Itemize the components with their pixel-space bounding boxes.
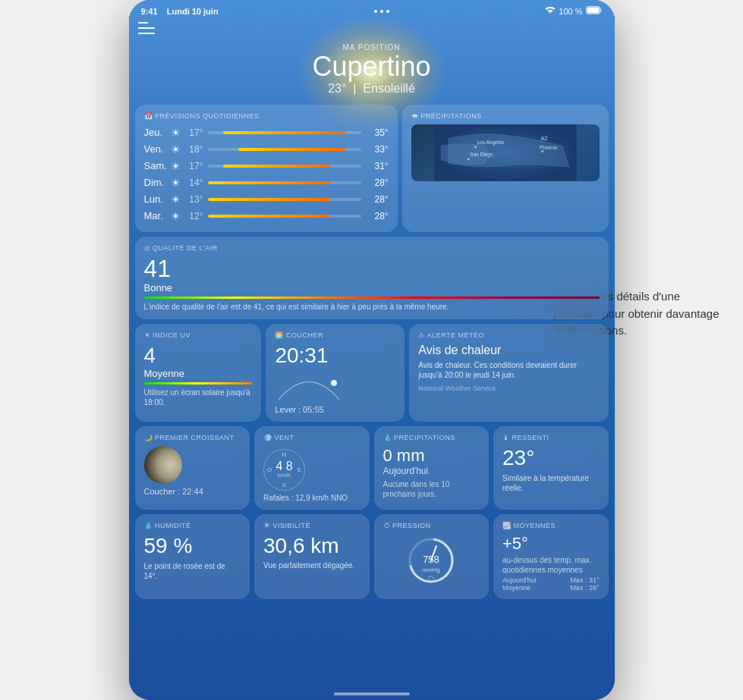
forecast-row: Mar. ☀ 12° 28° [144, 208, 389, 224]
top-bar [129, 19, 615, 37]
dot-2 [380, 10, 383, 13]
forecast-bar-container [208, 165, 361, 168]
row-4: 🌙 PREMIER CROISSANT Coucher : 22:44 💨 VE… [135, 426, 609, 510]
moon-visual [144, 446, 182, 484]
forecast-bar [223, 131, 346, 134]
sunset-card[interactable]: 🌅 COUCHER 20:31 Lever : 05:55 [266, 324, 405, 422]
row-1: 📅 PRÉVISIONS QUOTIDIENNES Jeu. ☀ 17° 35°… [135, 105, 609, 232]
uv-index-card[interactable]: ☀ INDICE UV 4 Moyenne Utilisez un écran … [135, 324, 262, 422]
aqi-description: L'indice de qualité de l'air est de 41, … [144, 302, 600, 312]
wifi-icon [545, 7, 556, 16]
sunset-icon: 🌅 [275, 331, 284, 339]
wind-card[interactable]: 💨 VENT N S E O 4 8 km/h [254, 426, 370, 510]
weather-alert-card[interactable]: ⚠ ALERTE MÉTÉO Avis de chaleur Avis de c… [409, 324, 608, 422]
forecast-bar-container [208, 181, 361, 184]
home-indicator [334, 692, 410, 695]
precip-period: Aujourd'hui [383, 466, 480, 476]
grid-container: 📅 PRÉVISIONS QUOTIDIENNES Jeu. ☀ 17° 35°… [129, 105, 615, 605]
forecast-high: 28° [366, 177, 389, 188]
wind-speed-number: 4 8 [275, 460, 292, 472]
forecast-weather-icon: ☀ [171, 127, 181, 139]
wind-compass: N S E O 4 8 km/h [263, 449, 305, 491]
pressure-card[interactable]: ⏱ PRESSION 758 mmHg [374, 514, 490, 599]
averages-card[interactable]: 📈 MOYENNES +5° au-dessus des temp. max. … [493, 514, 609, 599]
moon-card[interactable]: 🌙 PREMIER CROISSANT Coucher : 22:44 [135, 426, 250, 510]
sunset-time: 20:31 [275, 344, 395, 368]
forecast-row: Lun. ☀ 13° 28° [144, 191, 389, 208]
alert-description: Avis de chaleur. Ces conditions devraien… [418, 360, 599, 380]
forecast-weather-icon: ☀ [171, 210, 181, 222]
forecast-row: Jeu. ☀ 17° 35° [144, 124, 389, 141]
visibility-value: 30,6 km [263, 534, 360, 558]
visibility-card[interactable]: 👁 VISIBILITÉ 30,6 km Vue parfaitement dé… [254, 514, 370, 599]
averages-title: 📈 MOYENNES [502, 522, 600, 529]
svg-text:mmHg: mmHg [422, 567, 440, 573]
wind-west-label: O [267, 466, 272, 473]
svg-rect-1 [587, 8, 599, 14]
forecast-high: 35° [366, 127, 389, 138]
svg-point-8 [541, 150, 543, 152]
feels-title: 🌡 RESSENTI [502, 434, 600, 441]
svg-line-16 [431, 576, 435, 579]
wind-speed-unit: km/h [275, 472, 292, 479]
forecast-bar-container [208, 148, 361, 151]
row-3: ☀ INDICE UV 4 Moyenne Utilisez un écran … [135, 324, 609, 422]
forecast-bar [223, 165, 331, 168]
forecast-bar-container [208, 198, 361, 201]
forecast-day: Mar. [144, 210, 171, 221]
daily-forecast-title: 📅 PRÉVISIONS QUOTIDIENNES [144, 112, 389, 120]
average-label: Moyenne [502, 584, 530, 592]
air-quality-card[interactable]: ◎ QUALITÉ DE L'AIR 41 Bonne L'indice de … [135, 237, 609, 319]
forecast-bar [208, 215, 331, 218]
weather-header: MA POSITION Cupertino 23° | Ensoleillé [129, 37, 615, 105]
today-max: Max : 31° [570, 576, 599, 584]
humidity-card[interactable]: 💧 HUMIDITÉ 59 % Le point de rosée est de… [135, 514, 250, 599]
forecast-high: 33° [366, 144, 389, 155]
forecast-weather-icon: ☀ [171, 177, 181, 189]
forecast-day: Sam. [144, 160, 171, 171]
status-time: 9:41 [141, 7, 158, 16]
sidebar-toggle-icon[interactable] [138, 22, 155, 34]
wind-speed-display: 4 8 km/h [275, 460, 292, 479]
averages-diff: +5° [502, 534, 600, 554]
temperature: 23° [328, 82, 346, 95]
forecast-high: 28° [366, 194, 389, 205]
precipitation-map-card[interactable]: 🌧 PRÉCIPITATIONS [402, 105, 609, 232]
temp-condition: 23° | Ensoleillé [129, 82, 615, 96]
uv-description: Utilisez un écran solaire jusqu'à 18:00. [144, 388, 253, 407]
status-right: 100 % [545, 6, 602, 16]
daily-forecast-card[interactable]: 📅 PRÉVISIONS QUOTIDIENNES Jeu. ☀ 17° 35°… [135, 105, 398, 232]
wind-icon: 💨 [263, 434, 272, 441]
ipad-screen: 9:41 Lundi 10 juin 100 % [129, 0, 615, 700]
wind-gusts: Rafales : 12,9 km/h NNO [263, 494, 360, 502]
forecast-low: 14° [181, 177, 203, 188]
moon-icon: 🌙 [144, 434, 153, 441]
forecast-low: 17° [181, 161, 203, 171]
forecast-weather-icon: ☀ [171, 160, 181, 172]
humidity-value: 59 % [144, 534, 241, 558]
pressure-title: ⏱ PRESSION [383, 522, 480, 529]
moon-title: 🌙 PREMIER CROISSANT [144, 434, 241, 441]
precipitation-today-card[interactable]: 💧 PRÉCIPITATIONS 0 mm Aujourd'hui Aucune… [374, 426, 490, 510]
forecast-bar [238, 148, 346, 151]
forecast-bar-container [208, 131, 361, 134]
forecast-high: 28° [366, 211, 389, 221]
thermometer-icon: 🌡 [502, 434, 510, 441]
sunset-title: 🌅 COUCHER [275, 331, 395, 339]
today-label: Aujourd'hui [502, 576, 537, 584]
feels-like-card[interactable]: 🌡 RESSENTI 23° Similaire à la températur… [493, 426, 609, 510]
forecast-row: Ven. ☀ 18° 33° [144, 141, 389, 158]
dot-1 [374, 10, 377, 13]
forecast-high: 31° [366, 161, 389, 171]
aqi-value: 41 [144, 256, 600, 281]
condition: Ensoleillé [363, 82, 414, 95]
forecast-day: Jeu. [144, 127, 171, 138]
row-2: ◎ QUALITÉ DE L'AIR 41 Bonne L'indice de … [135, 237, 609, 319]
precip-amount: 0 mm [383, 446, 480, 466]
forecast-bar [208, 181, 331, 184]
battery-icon [586, 6, 603, 16]
rain-icon: 💧 [383, 434, 392, 441]
averages-description: au-dessus des temp. max. quotidiennes mo… [502, 555, 600, 575]
svg-text:San Diego: San Diego [470, 152, 493, 158]
svg-point-5 [467, 158, 469, 160]
